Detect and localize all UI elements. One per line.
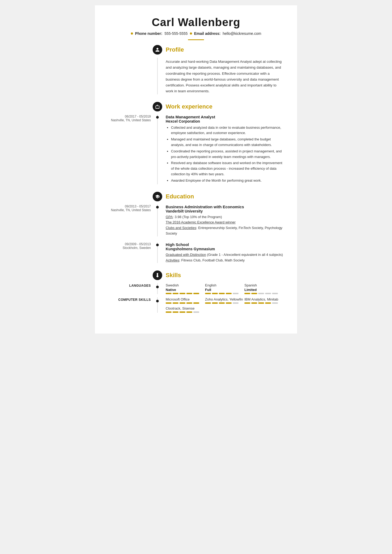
skills-title-col: Skills xyxy=(161,272,284,279)
lang-vline xyxy=(157,283,158,294)
seg-1-2 xyxy=(219,293,225,294)
edu-date-col-0: 09/2013 - 05/2017 Nashville, TN, United … xyxy=(108,205,153,236)
cs-2-4 xyxy=(272,302,278,304)
edu-icon-col xyxy=(153,192,161,201)
edu-activities-1: Activities: Fitness Club, Football Club,… xyxy=(166,258,284,263)
edu-location-0: Nashville, TN, United States xyxy=(108,208,151,212)
cs-1-1 xyxy=(212,302,218,304)
contact-dot-2 xyxy=(190,32,192,35)
bullet-3: Resolved any database software issues an… xyxy=(171,160,284,177)
header-divider xyxy=(188,39,204,40)
computer-content: Microsoft Office Zoho Analytics, Yellowf… xyxy=(161,297,284,313)
profile-text: Accurate and hard-working Data Managemen… xyxy=(166,59,284,94)
comp-items: Microsoft Office Zoho Analytics, Yellowf… xyxy=(166,297,284,304)
cs-1-0 xyxy=(205,302,211,304)
person-icon xyxy=(155,47,160,52)
edu-clubs-0: Clubs and Societies: Entrepreneurship So… xyxy=(166,225,284,236)
skills-icon xyxy=(153,270,162,280)
comp-bar-0 xyxy=(166,302,205,304)
computer-skills-row: COMPUTER SKILLS Microsoft Office xyxy=(108,297,284,313)
work-dot-col xyxy=(153,115,161,184)
work-section: Work experience 06/2017 - 05/2019 Nashvi… xyxy=(108,102,284,184)
gpa-value: 3.98 (Top 10% of the Program) xyxy=(175,215,222,219)
computer-skills-label: COMPUTER SKILLS xyxy=(108,297,153,313)
edu-date-col-1: 09/2009 - 05/2013 Stockholm, Sweden xyxy=(108,242,153,263)
ce-0-3 xyxy=(186,311,192,313)
comp-extra-bar-0 xyxy=(166,311,205,313)
seg-1-1 xyxy=(212,293,218,294)
distinction-label: Graduated with Distinction xyxy=(166,253,206,257)
contact-line: Phone number: 555-555-5555 Email address… xyxy=(108,31,284,36)
email-label: Email address: xyxy=(194,31,221,36)
cs-1-2 xyxy=(219,302,225,304)
languages-content: Swedish Native English Full xyxy=(161,283,284,294)
edu-header-row: Education xyxy=(108,192,284,201)
edu-degree-1: High School xyxy=(166,242,284,247)
profile-left-spacer xyxy=(108,58,153,94)
resume-header: Carl Wallenberg Phone number: 555-555-55… xyxy=(108,16,284,40)
comp-extra-items: Clootrack, Sisense xyxy=(166,306,284,313)
profile-content-row: Accurate and hard-working Data Managemen… xyxy=(108,58,284,94)
work-content-col: Data Management Analyst Hexcel Corporati… xyxy=(161,115,284,184)
ce-0-4 xyxy=(193,311,199,313)
comp-name-0: Microsoft Office xyxy=(166,297,205,301)
edu-gpa-0: GPA: 3.98 (Top 10% of the Program) xyxy=(166,214,284,220)
bullet-2: Coordinated the reporting process, assis… xyxy=(171,149,284,160)
lang-name-1: English xyxy=(205,283,244,287)
edu-vline-0 xyxy=(157,205,158,236)
email-value: hello@kickresume.com xyxy=(223,31,261,36)
edu-distinction-1: Graduated with Distinction (Grade 1 - A/… xyxy=(166,252,284,258)
skills-header-row: Skills xyxy=(108,270,284,280)
cs-0-0 xyxy=(166,302,172,304)
profile-section: Profile Accurate and hard-working Data M… xyxy=(108,45,284,94)
comp-item-0: Microsoft Office xyxy=(166,297,205,304)
cs-0-1 xyxy=(173,302,178,304)
skills-title: Skills xyxy=(166,272,181,278)
phone-label: Phone number: xyxy=(135,31,162,36)
seg-0-4 xyxy=(193,293,199,294)
education-section: Education 09/2013 - 05/2017 Nashville, T… xyxy=(108,192,284,263)
seg-0-1 xyxy=(173,293,178,294)
profile-text-col: Accurate and hard-working Data Managemen… xyxy=(161,58,284,94)
edu-dot-col-0 xyxy=(153,205,161,236)
seg-2-0 xyxy=(244,293,250,294)
lang-dot xyxy=(156,286,159,288)
profile-line-col xyxy=(153,58,161,94)
ce-0-0 xyxy=(166,311,172,313)
seg-0-0 xyxy=(166,293,172,294)
work-header-row: Work experience xyxy=(108,102,284,111)
edu-school-0: Vanderbilt University xyxy=(166,209,284,213)
company-name: Hexcel Corporation xyxy=(166,119,284,123)
profile-header-row: Profile xyxy=(108,45,284,55)
distinction-value: (Grade 1 - A/excellent equivalent in all… xyxy=(207,253,283,257)
comp-extra-placeholder-2 xyxy=(244,306,284,313)
languages-row: LANGUAGES Swedish Native xyxy=(108,283,284,294)
edu-timeline-dot-1 xyxy=(156,244,159,246)
seg-2-1 xyxy=(251,293,257,294)
lang-level-2: Limited xyxy=(244,288,284,292)
seg-2-2 xyxy=(258,293,264,294)
work-date: 06/2017 - 05/2019 xyxy=(108,115,151,118)
job-bullets: Collected and analyzed data in order to … xyxy=(166,125,284,184)
bullet-1: Managed and maintained large databases, … xyxy=(171,137,284,148)
work-entry-0: 06/2017 - 05/2019 Nashville, TN, United … xyxy=(108,115,284,184)
comp-item-2: IBM Analytics, Minitab xyxy=(244,297,284,304)
comp-extra-placeholder xyxy=(205,306,244,313)
briefcase-icon xyxy=(155,104,160,109)
activities-label: Activities xyxy=(166,258,179,262)
edu-location-1: Stockholm, Sweden xyxy=(108,246,151,250)
edu-title-col: Education xyxy=(161,193,284,200)
languages-label: LANGUAGES xyxy=(108,283,153,294)
lang-item-1: English Full xyxy=(205,283,244,294)
lang-name-0: Swedish xyxy=(166,283,205,287)
edu-entry-1: 09/2009 - 05/2013 Stockholm, Sweden High… xyxy=(108,242,284,263)
cs-2-2 xyxy=(258,302,264,304)
graduation-icon xyxy=(155,194,160,199)
seg-0-3 xyxy=(186,293,192,294)
edu-content-col-0: Business Administration with Economics V… xyxy=(161,205,284,236)
work-timeline-dot xyxy=(156,116,159,119)
edu-dot-col-1 xyxy=(153,242,161,263)
lang-level-0: Native xyxy=(166,288,205,292)
language-items: Swedish Native English Full xyxy=(166,283,284,294)
comp-dot xyxy=(156,300,159,302)
